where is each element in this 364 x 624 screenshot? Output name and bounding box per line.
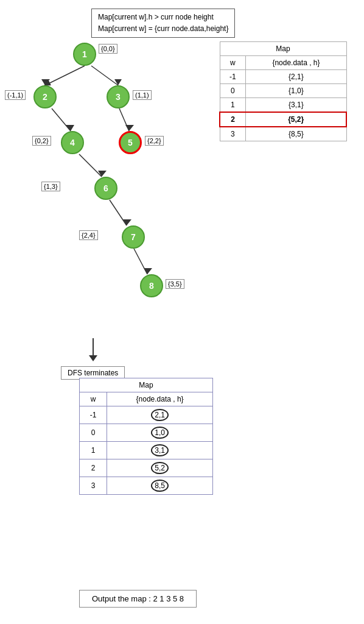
map-row-val: {5,2}: [246, 112, 346, 127]
map-row-val: {2,1}: [246, 70, 346, 84]
bottom-map-row: 3 8,5: [80, 477, 213, 495]
bottom-map-title: Map: [80, 378, 213, 392]
svg-marker-13: [144, 268, 152, 274]
output-box: Output the map : 2 1 3 5 8: [79, 590, 197, 608]
map-row-w: 2: [220, 112, 246, 127]
bottom-map-wrap: Map w {node.data , h} -1 2,1 0 1,0: [79, 378, 213, 495]
bottom-map-row: -1 2,1: [80, 406, 213, 424]
tree-node-8: 8: [140, 274, 163, 297]
map-col-w: w: [220, 56, 246, 70]
bottom-map-row: 2 5,2: [80, 459, 213, 477]
bottom-row-val: 8,5: [107, 477, 213, 495]
bottom-row-val: 5,2: [107, 459, 213, 477]
bottom-row-w: 0: [80, 424, 107, 442]
dfs-arrow: [93, 338, 94, 356]
map-row-w: 0: [220, 84, 246, 98]
map-table-wrap: Map w {node.data , h} -1 {2,1}0 {1,0}1 {…: [219, 41, 347, 141]
coord-1-3: {1,3}: [41, 182, 60, 191]
map-table-row: 3 {8,5}: [220, 127, 346, 141]
map-table-row: 2 {5,2}: [220, 112, 346, 127]
coord-0-0: {0,0}: [99, 44, 117, 54]
tree-node-7: 7: [122, 225, 145, 249]
svg-marker-10: [125, 125, 134, 131]
tree-node-2: 2: [33, 85, 57, 108]
svg-line-1: [91, 66, 118, 85]
svg-line-2: [52, 108, 71, 131]
tree-area: 1 2 3 4 5 6 7 8 {0,0} (-1,1) (1,1) {0,2}…: [0, 37, 207, 341]
svg-line-5: [110, 200, 127, 225]
svg-marker-7: [41, 79, 50, 85]
tree-node-4: 4: [61, 131, 84, 154]
bottom-row-val: 2,1: [107, 406, 213, 424]
coord-2-2: {2,2}: [145, 136, 164, 146]
condition-box: Map[current w].h > curr node height Map[…: [91, 9, 235, 38]
map-row-val: {3,1}: [246, 98, 346, 113]
bottom-col-w: w: [80, 392, 107, 406]
coord-2-4: {2,4}: [79, 230, 98, 240]
condition-line1: Map[current w].h > curr node height: [98, 12, 228, 23]
tree-node-3: 3: [107, 85, 130, 108]
map-table-title: Map: [220, 42, 346, 56]
map-table-row: -1 {2,1}: [220, 70, 346, 84]
map-row-val: {8,5}: [246, 127, 346, 141]
bottom-map-row: 1 3,1: [80, 442, 213, 459]
map-table-row: 0 {1,0}: [220, 84, 346, 98]
svg-line-4: [79, 154, 102, 177]
bottom-map-table: Map w {node.data , h} -1 2,1 0 1,0: [79, 378, 213, 495]
bottom-row-val: 3,1: [107, 442, 213, 459]
svg-line-0: [45, 66, 85, 85]
bottom-row-w: -1: [80, 406, 107, 424]
bottom-row-w: 2: [80, 459, 107, 477]
bottom-row-w: 1: [80, 442, 107, 459]
coord-1-1: (1,1): [133, 90, 152, 100]
coord-3-5: {3,5}: [166, 279, 184, 289]
bottom-map-row: 0 1,0: [80, 424, 213, 442]
svg-marker-9: [66, 125, 74, 131]
map-row-w: 3: [220, 127, 246, 141]
svg-marker-11: [98, 171, 107, 177]
map-row-w: -1: [220, 70, 246, 84]
tree-node-6: 6: [94, 177, 117, 200]
map-table-row: 1 {3,1}: [220, 98, 346, 113]
bottom-col-val: {node.data , h}: [107, 392, 213, 406]
map-row-w: 1: [220, 98, 246, 113]
map-row-val: {1,0}: [246, 84, 346, 98]
condition-line2: Map[current w] = {curr node.data,height}: [98, 23, 228, 35]
map-table: Map w {node.data , h} -1 {2,1}0 {1,0}1 {…: [219, 41, 347, 141]
coord-n1-1: (-1,1): [5, 90, 26, 100]
tree-node-1: 1: [73, 43, 96, 66]
bottom-row-val: 1,0: [107, 424, 213, 442]
tree-node-5: 5: [119, 131, 142, 154]
svg-marker-8: [114, 79, 122, 85]
map-col-val: {node.data , h}: [246, 56, 346, 70]
coord-0-2: {0,2}: [32, 136, 51, 146]
dfs-section: DFS terminates: [61, 338, 125, 380]
bottom-row-w: 3: [80, 477, 107, 495]
output-text: Output the map : 2 1 3 5 8: [92, 594, 184, 603]
